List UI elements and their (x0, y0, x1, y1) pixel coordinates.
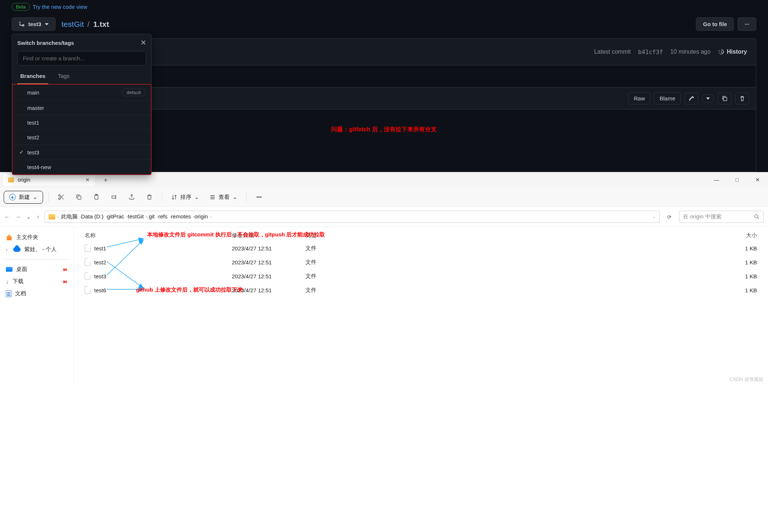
branch-item[interactable]: maindefault (13, 85, 151, 100)
copy-button[interactable] (718, 93, 732, 104)
branch-search-input[interactable] (17, 51, 146, 65)
pencil-icon (689, 96, 694, 101)
view-button[interactable]: 查看 ⌄ (206, 192, 241, 203)
chevron-down-icon: ⌄ (194, 194, 199, 200)
nav-forward[interactable]: → (15, 214, 21, 220)
addr-segment[interactable]: Data (D:) › (81, 213, 107, 219)
copy-icon (75, 194, 82, 200)
paste-button[interactable] (89, 190, 104, 204)
home-icon (6, 235, 13, 240)
go-to-file-button[interactable]: Go to file (696, 17, 734, 31)
beta-badge: Beta (12, 3, 30, 11)
raw-button[interactable]: Raw (628, 92, 650, 104)
latest-commit-label: Latest commit (594, 49, 631, 55)
branch-item[interactable]: test4-new (13, 160, 151, 174)
file-row[interactable]: test22023/4/27 12:51文件1 KB (81, 255, 761, 269)
sidebar-onedrive[interactable]: ›紫娃、 - 个人 (3, 243, 70, 256)
file-row[interactable]: test12023/4/27 12:51文件1 KB (81, 241, 761, 255)
sort-button[interactable]: 排序 ⌄ (167, 192, 203, 203)
commit-time: 10 minutes ago (670, 49, 710, 55)
branch-item[interactable]: ✓test3 (13, 144, 151, 160)
sidebar-desktop[interactable]: 桌面📌 (3, 263, 70, 275)
sidebar-documents[interactable]: 文档 (3, 288, 70, 300)
cut-button[interactable] (54, 190, 68, 204)
sort-icon (171, 194, 177, 200)
copy-button[interactable] (71, 190, 86, 204)
addr-segment[interactable]: .git › (147, 213, 158, 219)
repo-link[interactable]: testGit (61, 20, 84, 28)
nav-back[interactable]: ← (4, 214, 10, 220)
file-icon (85, 244, 91, 252)
rename-button[interactable] (107, 190, 121, 204)
chevron-down-icon[interactable]: ⌄ (652, 214, 656, 219)
sidebar: 主文件夹 ›紫娃、 - 个人 桌面📌 ↓下载📌 文档 (0, 227, 74, 385)
sidebar-home[interactable]: 主文件夹 (3, 231, 70, 243)
trash-icon (739, 96, 745, 101)
more-button[interactable]: ··· (737, 17, 756, 31)
sidebar-downloads[interactable]: ↓下载📌 (3, 275, 70, 288)
tab-add-button[interactable]: ＋ (102, 175, 109, 184)
commit-hash[interactable]: b41cf3f (638, 49, 663, 56)
edit-button[interactable] (684, 93, 698, 104)
default-badge: default (122, 89, 146, 96)
delete-button[interactable] (735, 93, 749, 104)
history-icon (718, 49, 725, 55)
branch-list: maindefaultmastertest1test2✓test3test4-n… (12, 84, 151, 175)
view-icon (209, 194, 216, 200)
caret-down-icon (45, 23, 49, 25)
github-panel: Beta Try the new code view test3 testGit… (0, 0, 768, 172)
window-minimize[interactable]: — (706, 172, 727, 188)
tab-branches[interactable]: Branches (17, 69, 48, 84)
file-icon (85, 286, 91, 294)
blame-button[interactable]: Blame (654, 92, 681, 104)
file-name: 1.txt (93, 20, 109, 28)
more-button[interactable]: ••• (252, 190, 266, 204)
rename-icon (111, 194, 117, 200)
svg-point-2 (59, 194, 60, 196)
window-close[interactable]: ✕ (747, 172, 768, 188)
col-size[interactable]: 大小 (368, 232, 757, 239)
watermark: CSDN @张紫娃 (729, 376, 764, 383)
explorer-window: origin ✕ ＋ — □ ✕ + 新建 ⌄ 排序 ⌄ 查看 ⌄ (0, 172, 768, 385)
branch-item[interactable]: test2 (13, 130, 151, 144)
edit-dropdown[interactable] (702, 94, 714, 103)
search-icon (754, 214, 760, 219)
branch-item[interactable]: test1 (13, 115, 151, 130)
tab-tags[interactable]: Tags (55, 69, 72, 84)
document-icon (6, 290, 11, 297)
close-icon[interactable]: ✕ (141, 39, 146, 47)
chevron-down-icon: ⌄ (33, 194, 38, 200)
share-button[interactable] (124, 190, 139, 204)
addr-segment[interactable]: refs › (158, 213, 171, 219)
file-row[interactable]: test32023/4/27 12:51文件1 KB (81, 269, 761, 283)
svg-rect-0 (723, 97, 727, 101)
branch-name: test3 (28, 21, 41, 27)
history-button[interactable]: History (718, 49, 747, 55)
addr-segment[interactable]: 此电脑 › (61, 213, 81, 220)
annotation-local: 本地修改文件后 gitcommit 执行后，不会拉取，gitpush 后才能成功… (147, 231, 325, 238)
branch-item[interactable]: master (13, 100, 151, 115)
addr-segment[interactable]: gitPrac › (107, 213, 128, 219)
addr-segment[interactable]: testGit › (128, 213, 147, 219)
new-button[interactable]: + 新建 ⌄ (4, 191, 43, 204)
search-input[interactable]: 在 origin 中搜索 (679, 211, 764, 223)
addr-segment[interactable]: origin › (194, 213, 211, 219)
nav-up[interactable]: ↑ (37, 214, 39, 220)
explorer-tab[interactable]: origin ✕ (3, 174, 95, 186)
nav-recent[interactable]: ⌄ (26, 214, 31, 220)
git-branch-icon (19, 21, 25, 27)
download-icon: ↓ (6, 278, 9, 285)
tab-close-icon[interactable]: ✕ (85, 177, 90, 183)
addr-segment[interactable]: remotes › (171, 213, 195, 219)
address-bar[interactable]: › 此电脑 ›Data (D:) ›gitPrac ›testGit ›.git… (45, 211, 660, 223)
new-code-view-link[interactable]: Try the new code view (33, 4, 88, 10)
popover-title: Switch branches/tags (17, 40, 74, 46)
annotation-github: github 上修改文件后，就可以成功拉取下来 (136, 286, 243, 293)
branch-select-button[interactable]: test3 (12, 17, 56, 31)
check-icon: ✓ (19, 149, 27, 156)
delete-button[interactable] (142, 190, 157, 204)
clipboard-icon (93, 194, 100, 200)
refresh-button[interactable]: ⟳ (665, 214, 674, 220)
window-maximize[interactable]: □ (727, 172, 747, 188)
file-icon (85, 272, 91, 280)
